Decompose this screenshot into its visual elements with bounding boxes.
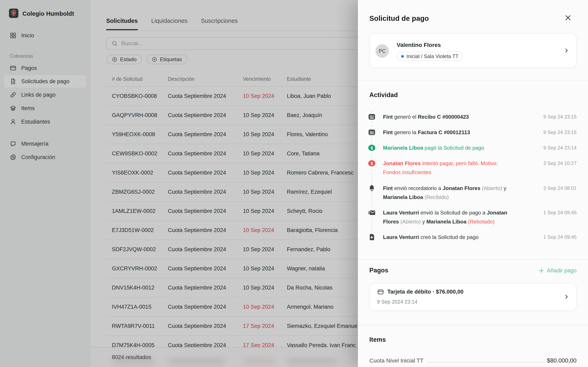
activity-text: Jonatan Flores intentó pagar, pero falló… xyxy=(383,159,510,177)
items-heading: Items xyxy=(369,336,386,343)
dollar-red-icon: $ xyxy=(368,160,375,167)
activity-item: Laura Venturri creó la Solicitud de pago xyxy=(369,233,510,242)
student-name: Valentino Flores xyxy=(397,42,441,48)
receipt-icon xyxy=(368,113,375,120)
credit-card-icon xyxy=(377,289,384,295)
close-icon[interactable] xyxy=(564,13,572,22)
activity-segment: Laura Venturri xyxy=(383,234,419,240)
activity-text: Laura Venturri creó la Solicitud de pago xyxy=(383,233,510,242)
activity-segment: intentó pagar, pero falló. Motivo: xyxy=(421,160,498,166)
dotted-leader xyxy=(427,362,544,363)
payment-card[interactable]: Tarjeta de débito · $76.000,00 9 Sep 202… xyxy=(369,283,577,311)
activity-segment: genero la xyxy=(393,129,418,135)
activity-item: Fint generó el Recibo C #00000423 xyxy=(369,112,510,121)
item-amount: $80.000,00 xyxy=(547,357,577,364)
payments-heading: Pagos xyxy=(369,267,388,274)
send-icon xyxy=(368,209,375,216)
activity-timestamp: 1 Sep 24 09:45 xyxy=(543,233,577,242)
panel-title: Solicitud de pago xyxy=(369,14,429,22)
activity-segment: pagó la Solicitud de pago xyxy=(423,145,484,151)
item-row: Cuota Nivel Inicial TT$80.000,00 xyxy=(369,357,577,364)
activity-segment: generó el xyxy=(393,114,418,120)
activity-segment: Marianela Liboa xyxy=(383,194,423,200)
activity-timestamp: 9 Sep 24 23:15 xyxy=(543,128,577,137)
activity-segment: Marianela Liboa xyxy=(383,145,423,151)
chevron-right-icon xyxy=(563,48,569,53)
student-level-label: Inicial / Sala Violeta TT xyxy=(406,53,458,59)
activity-timestamp: 3 Sep 24 10:27 xyxy=(543,159,577,168)
activity-segment: Factura C #00012113 xyxy=(418,129,470,135)
activity-text: Marianela Liboa pagó la Solicitud de pag… xyxy=(383,143,510,152)
activity-segment: Fint xyxy=(383,129,393,135)
activity-segment: Jonatan Flores xyxy=(443,185,480,191)
divider xyxy=(358,259,588,260)
activity-segment: (Abierto) xyxy=(399,218,421,225)
activity-text: Fint genero la Factura C #00012113 xyxy=(383,128,510,137)
activity-timestamp: 9 Sep 24 23:15 xyxy=(543,112,577,121)
payment-title: Tarjeta de débito · $76.000,00 xyxy=(387,289,463,295)
activity-item: $Marianela Liboa pagó la Solicitud de pa… xyxy=(369,143,510,152)
activity-segment: (Rebotado) xyxy=(467,218,494,225)
svg-text:$: $ xyxy=(371,146,373,150)
activity-segment: (Abierto) xyxy=(480,185,502,191)
activity-timestamp: 1 Sep 24 09:45 xyxy=(543,208,577,217)
file-plus-icon xyxy=(368,234,375,241)
activity-item: Laura Venturri envió la Solicitud de pag… xyxy=(369,208,510,226)
activity-segment: Marianela Liboa xyxy=(426,218,467,225)
add-payment-label: Añadir pago xyxy=(547,267,577,274)
activity-timestamp: 9 Sep 24 23:14 xyxy=(543,143,577,152)
item-label: Cuota Nivel Inicial TT xyxy=(369,358,424,364)
payment-date: 9 Sep 2024 23:14 xyxy=(377,299,417,305)
activity-segment: Jonatan Flores xyxy=(383,160,421,166)
activity-segment: envió la Solicitud de pago a xyxy=(419,210,487,216)
activity-segment: creó la Solicitud de pago xyxy=(419,234,479,240)
plus-icon xyxy=(539,268,544,274)
activity-segment: (Recibido) xyxy=(423,194,449,200)
dollar-green-icon: $ xyxy=(368,144,375,151)
divider xyxy=(358,81,588,81)
activity-segment: Fint xyxy=(383,114,393,120)
activity-heading: Actividad xyxy=(369,91,398,99)
svg-text:$: $ xyxy=(371,161,373,166)
activity-text: Laura Venturri envió la Solicitud de pag… xyxy=(383,208,510,226)
activity-text: Fint envió recordatorio a Jonatan Flores… xyxy=(383,184,510,202)
activity-segment: envió recordatorio a xyxy=(393,185,443,191)
activity-item: Fint envió recordatorio a Jonatan Flores… xyxy=(369,184,510,202)
activity-segment: Jonatan xyxy=(487,210,507,216)
chevron-right-icon xyxy=(563,294,569,300)
student-card[interactable]: PC Valentino Flores Inicial / Sala Viole… xyxy=(369,33,577,68)
student-level-badge: Inicial / Sala Violeta TT xyxy=(397,52,463,61)
activity-timestamp: 3 Sep 24 08:01 xyxy=(543,184,577,193)
payment-request-panel: Solicitud de pago PC Valentino Flores In… xyxy=(358,0,588,367)
receipt-icon xyxy=(368,129,375,136)
activity-item: Fint genero la Factura C #00012113 xyxy=(369,128,510,137)
activity-item: $Jonatan Flores intentó pagar, pero fall… xyxy=(369,159,510,177)
activity-segment: Recibo C #00000423 xyxy=(418,114,469,120)
avatar: PC xyxy=(375,44,389,58)
divider xyxy=(358,325,588,325)
activity-segment: Laura Venturri xyxy=(383,210,419,216)
activity-text: Fint generó el Recibo C #00000423 xyxy=(383,112,510,121)
bell-icon xyxy=(368,184,375,192)
activity-segment: Fint xyxy=(383,185,393,191)
activity-segment: y xyxy=(421,218,426,225)
activity-segment: Fondos insuficientes xyxy=(383,169,432,175)
modal-dim-overlay[interactable] xyxy=(0,0,358,367)
activity-segment: y xyxy=(502,185,506,191)
add-payment-button[interactable]: Añadir pago xyxy=(539,267,577,274)
level-dot-icon xyxy=(401,55,404,58)
activity-segment: Flores xyxy=(383,218,399,225)
